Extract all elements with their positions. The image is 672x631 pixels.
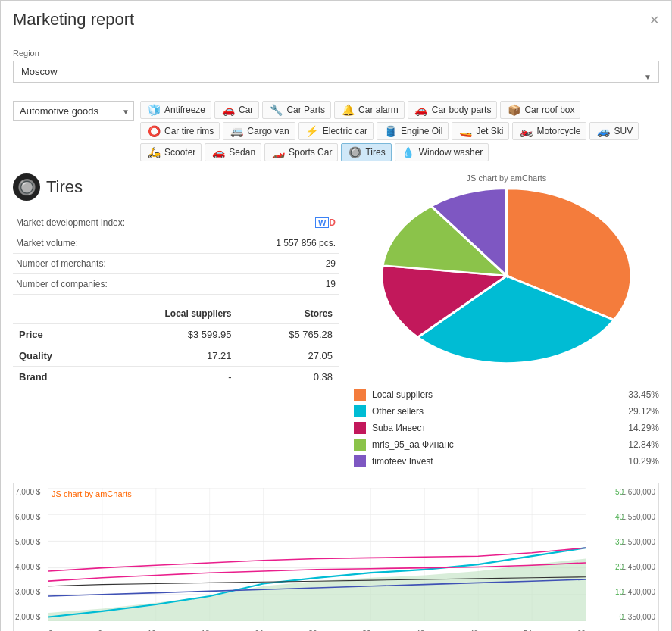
scooter-label: Scooter xyxy=(164,147,195,158)
legend-value: 12.84% xyxy=(621,439,659,450)
tires-icon: 🔘 xyxy=(347,146,362,158)
cargo-van-label: Cargo van xyxy=(247,126,289,136)
tires-label: Tires xyxy=(365,147,385,158)
tag-tires[interactable]: 🔘Tires xyxy=(341,143,391,161)
legend-item-mris_95_аа-финанс: mris_95_аа Финанс 12.84% xyxy=(354,439,659,451)
region-select[interactable]: Moscow xyxy=(13,61,659,83)
market-dev-value: W D xyxy=(220,213,339,233)
close-button[interactable]: ✕ xyxy=(649,13,659,27)
tag-scooter[interactable]: 🛵Scooter xyxy=(140,143,202,161)
compare-val1: - xyxy=(95,367,238,388)
market-dev-row: Market development index: W D xyxy=(13,213,339,233)
sedan-icon: 🚗 xyxy=(211,146,226,158)
jet-ski-icon: 🚤 xyxy=(458,125,473,137)
car-tire-rims-label: Car tire rims xyxy=(164,126,214,136)
market-volume-row: Market volume: 1 557 856 pcs. xyxy=(13,233,339,254)
tag-sports-car[interactable]: 🏎️Sports Car xyxy=(264,143,338,161)
y-left-tick: 3,000 $ xyxy=(15,588,40,596)
tag-sedan[interactable]: 🚗Sedan xyxy=(205,143,261,161)
category-select-wrapper: Automotive goods xyxy=(13,101,134,121)
merchants-label: Number of merchants: xyxy=(13,254,220,274)
compare-val1: 17.21 xyxy=(95,345,238,367)
engine-oil-icon: 🛢️ xyxy=(383,125,398,137)
tag-electric-car[interactable]: ⚡Electric car xyxy=(298,122,374,140)
motorcycle-icon: 🏍️ xyxy=(518,125,533,137)
antifreeze-icon: 🧊 xyxy=(146,104,161,116)
right-panel: JS chart by amCharts Local suppliers 33.… xyxy=(354,173,659,467)
d-badge: D xyxy=(329,217,336,228)
legend-color xyxy=(354,455,366,467)
sports-car-icon: 🏎️ xyxy=(270,146,286,158)
compare-val2: 0.38 xyxy=(238,367,339,388)
content-area: Region Moscow Automotive goods 🧊Antifree… xyxy=(1,36,671,631)
car-tire-rims-icon: ⭕ xyxy=(146,125,161,137)
market-volume-label: Market volume: xyxy=(13,233,220,254)
tag-car-tire-rims[interactable]: ⭕Car tire rims xyxy=(140,122,220,140)
electric-car-icon: ⚡ xyxy=(305,125,320,137)
pie-chart-title: JS chart by amCharts xyxy=(354,173,659,183)
y-far-right-tick: 1,500,000 xyxy=(599,538,658,546)
legend-color xyxy=(354,389,366,401)
region-select-wrapper: Moscow xyxy=(13,61,659,92)
car-roof-box-icon: 📦 xyxy=(506,104,521,116)
main-content: 🔘 Tires Market development index: W D Ma… xyxy=(13,173,659,467)
y-far-right-tick: 1,550,000 xyxy=(599,513,658,521)
tag-car-body[interactable]: 🚗Car body parts xyxy=(408,101,498,119)
compare-val1: $3 599.95 xyxy=(95,324,238,345)
compare-row-price: Price$3 599.95$5 765.28 xyxy=(13,324,339,345)
car-icon: 🚗 xyxy=(220,104,236,116)
y-far-right-tick: 1,600,000 xyxy=(599,488,658,496)
compare-val2: $5 765.28 xyxy=(238,324,339,345)
compare-col2: Stores xyxy=(238,304,339,324)
tag-car-parts[interactable]: 🔧Car Parts xyxy=(262,101,331,119)
main-window: Marketing report ✕ Region Moscow Automot… xyxy=(0,0,672,631)
window-washer-label: Window washer xyxy=(419,147,483,158)
tag-car[interactable]: 🚗Car xyxy=(214,101,259,119)
left-panel: 🔘 Tires Market development index: W D Ma… xyxy=(13,173,339,467)
legend-item-local-suppliers: Local suppliers 33.45% xyxy=(354,389,659,401)
car-body-label: Car body parts xyxy=(432,105,492,115)
line-chart-svg xyxy=(48,488,586,621)
legend-color xyxy=(354,422,366,434)
sedan-label: Sedan xyxy=(229,147,255,158)
antifreeze-label: Antifreeze xyxy=(164,105,205,115)
market-dev-label: Market development index: xyxy=(13,213,220,233)
tag-motorcycle[interactable]: 🏍️Motorcycle xyxy=(512,122,586,140)
legend-value: 33.45% xyxy=(621,389,659,400)
electric-car-label: Electric car xyxy=(323,126,367,136)
y-far-right-tick: 1,450,000 xyxy=(599,563,658,571)
car-label: Car xyxy=(239,105,253,115)
tag-car-alarm[interactable]: 🔔Car alarm xyxy=(334,101,405,119)
sports-car-label: Sports Car xyxy=(289,147,332,158)
engine-oil-label: Engine Oil xyxy=(401,126,442,136)
compare-val2: 27.05 xyxy=(238,345,339,367)
y-far-right-tick: 1,350,000 xyxy=(599,613,658,621)
page-title: Marketing report xyxy=(13,10,134,30)
compare-col0 xyxy=(13,304,95,324)
tag-antifreeze[interactable]: 🧊Antifreeze xyxy=(140,101,211,119)
companies-row: Number of companies: 19 xyxy=(13,274,339,295)
legend-color xyxy=(354,439,366,451)
y-left-tick: 4,000 $ xyxy=(15,563,40,571)
tag-engine-oil[interactable]: 🛢️Engine Oil xyxy=(377,122,449,140)
pie-chart-svg xyxy=(354,186,659,380)
legend-value: 10.29% xyxy=(621,456,659,467)
legend-label: timofeev Invest xyxy=(372,456,615,467)
compare-label: Price xyxy=(13,324,95,345)
region-label: Region xyxy=(13,48,659,58)
legend-label: Other sellers xyxy=(372,406,615,417)
legend-color xyxy=(354,405,366,417)
category-select[interactable]: Automotive goods xyxy=(13,101,134,121)
merchants-row: Number of merchants: 29 xyxy=(13,254,339,274)
tag-car-roof-box[interactable]: 📦Car roof box xyxy=(500,101,580,119)
tag-cargo-van[interactable]: 🚐Cargo van xyxy=(223,122,295,140)
legend-label: Local suppliers xyxy=(372,389,615,400)
line-chart-container: JS chart by amCharts 7,000 $6,000 $5,000… xyxy=(13,483,659,631)
filter-row: Automotive goods 🧊Antifreeze🚗Car🔧Car Par… xyxy=(13,101,659,161)
tag-jet-ski[interactable]: 🚤Jet Ski xyxy=(452,122,509,140)
car-parts-label: Car Parts xyxy=(286,105,325,115)
w-badge: W xyxy=(315,217,329,228)
tag-window-washer[interactable]: 💧Window washer xyxy=(395,143,489,161)
tag-suv[interactable]: 🚙SUV xyxy=(589,122,639,140)
companies-label: Number of companies: xyxy=(13,274,220,295)
